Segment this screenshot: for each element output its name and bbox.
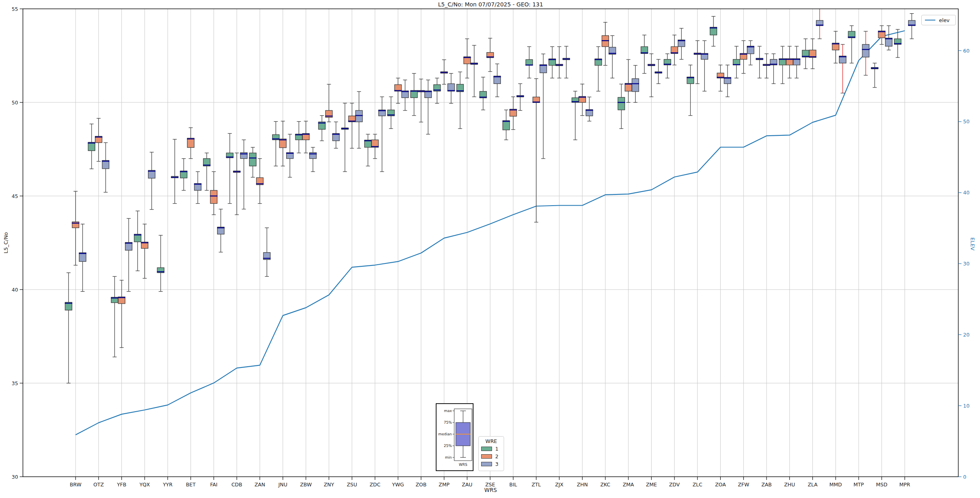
- y-tick-label-left: 35: [12, 380, 18, 386]
- iqr-box: [632, 79, 639, 92]
- y-tick-label-right: 20: [963, 332, 970, 338]
- iqr-box: [249, 153, 256, 166]
- wre1-swatch-icon: [481, 447, 492, 451]
- iqr-box: [210, 190, 217, 204]
- boxplot-anatomy-inset: max75%median25%minWRS: [436, 404, 473, 471]
- wre-legend-entry-2: 2: [481, 453, 501, 459]
- y-tick-label-right: 10: [963, 403, 970, 409]
- inset-tick-label: median: [438, 432, 452, 436]
- wre-legend-entry-1: 1: [481, 446, 501, 452]
- wre2-swatch-icon: [481, 454, 492, 459]
- inset-tick-label: 75%: [444, 420, 452, 425]
- elev-line-sample-icon: [925, 20, 935, 20]
- y-tick-label-left: 55: [12, 6, 18, 12]
- iqr-box: [526, 59, 533, 65]
- boxplot-canvas: 3035404550550102030405060BRWOTZYFBYQXYYR…: [0, 0, 980, 498]
- inset-tick-label: min: [445, 455, 452, 459]
- iqr-box: [448, 84, 455, 91]
- iqr-box: [540, 65, 547, 73]
- iqr-box: [102, 160, 109, 169]
- wre-legend: WRE 1 2 3: [478, 436, 504, 471]
- y-tick-label-right: 30: [963, 261, 970, 267]
- wre2-label: 2: [495, 453, 498, 459]
- x-axis-label: WRS: [23, 487, 958, 493]
- y-tick-label-left: 30: [12, 474, 18, 480]
- iqr-box: [88, 142, 95, 151]
- iqr-box: [886, 38, 892, 47]
- iqr-box: [356, 110, 363, 122]
- inset-xlabel: WRS: [459, 463, 467, 467]
- y-axis-label-right: ELEV: [970, 224, 976, 264]
- y-tick-label-right: 60: [963, 48, 970, 54]
- figure: 3035404550550102030405060BRWOTZYFBYQXYYR…: [0, 0, 980, 498]
- iqr-box: [862, 45, 869, 57]
- y-tick-label-left: 50: [12, 100, 18, 106]
- y-tick-label-right: 50: [963, 118, 970, 124]
- elev-legend-label: elev: [939, 17, 949, 23]
- wre3-label: 3: [495, 461, 498, 467]
- iqr-box: [503, 120, 510, 130]
- wre-legend-entry-3: 3: [481, 461, 501, 467]
- y-tick-label-right: 0: [963, 474, 966, 480]
- iqr-box: [618, 97, 625, 110]
- iqr-box: [187, 138, 194, 147]
- wre1-label: 1: [495, 446, 498, 452]
- inset-tick-label: 25%: [444, 444, 452, 448]
- y-axis-label-left: L5_C/No: [3, 223, 9, 263]
- wre3-swatch-icon: [481, 462, 492, 466]
- y-tick-label-left: 40: [12, 287, 18, 293]
- y-tick-label-left: 45: [12, 193, 18, 199]
- y-tick-label-right: 40: [963, 190, 970, 196]
- wre-legend-title: WRE: [481, 438, 501, 444]
- iqr-box: [79, 253, 86, 261]
- inset-tick-label: max: [444, 409, 452, 413]
- elev-legend: elev: [921, 15, 956, 25]
- chart-title: L5_C/No: Mon 07/07/2025 - GEO: 131: [23, 1, 958, 8]
